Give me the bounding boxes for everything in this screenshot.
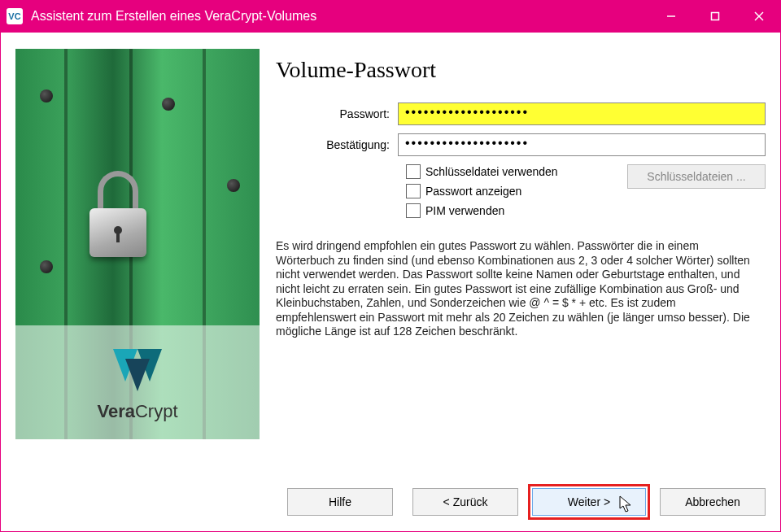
use-pim-label: PIM verwenden: [425, 204, 504, 217]
page-heading: Volume-Passwort: [276, 57, 766, 83]
show-password-checkbox[interactable]: [406, 184, 421, 198]
next-button-highlight: Weiter >: [528, 484, 650, 520]
wizard-main-panel: Volume-Passwort Passwort: ••••••••••••••…: [276, 49, 766, 466]
wizard-button-bar: Hilfe < Zurück Weiter > Abbrechen: [1, 486, 780, 518]
minimize-button[interactable]: [649, 0, 693, 33]
use-keyfiles-checkbox[interactable]: [406, 164, 421, 179]
svg-rect-1: [712, 13, 719, 20]
veracrypt-logo: VeraCrypt: [15, 325, 260, 439]
window-controls: [649, 0, 781, 33]
show-password-label: Passwort anzeigen: [425, 185, 521, 198]
cancel-button[interactable]: Abbrechen: [660, 488, 766, 516]
close-button[interactable]: [737, 0, 781, 33]
confirm-label: Bestätigung:: [276, 138, 398, 151]
app-icon: VC: [7, 8, 23, 24]
maximize-button[interactable]: [693, 0, 737, 33]
use-keyfiles-label: Schlüsseldatei verwenden: [425, 165, 558, 178]
cursor-icon: [619, 495, 634, 513]
wizard-side-image: VeraCrypt: [15, 49, 260, 439]
svg-marker-6: [125, 359, 150, 391]
use-pim-checkbox[interactable]: [406, 203, 421, 218]
window-title: Assistent zum Erstellen eines VeraCrypt-…: [31, 9, 649, 24]
veracrypt-name: VeraCrypt: [97, 401, 177, 422]
help-button[interactable]: Hilfe: [287, 488, 393, 516]
confirm-password-input[interactable]: ••••••••••••••••••••: [398, 133, 766, 156]
keyfiles-button: Schlüsseldateien ...: [627, 164, 766, 189]
password-input[interactable]: ••••••••••••••••••••: [398, 102, 766, 125]
password-advice-text: Es wird dringend empfohlen ein gutes Pas…: [276, 239, 766, 339]
window-titlebar: VC Assistent zum Erstellen eines VeraCry…: [0, 0, 781, 33]
back-button[interactable]: < Zurück: [412, 488, 518, 516]
padlock-icon: [85, 171, 151, 257]
next-button[interactable]: Weiter >: [532, 488, 646, 516]
svg-marker-7: [620, 496, 630, 512]
password-label: Passwort:: [276, 107, 398, 120]
